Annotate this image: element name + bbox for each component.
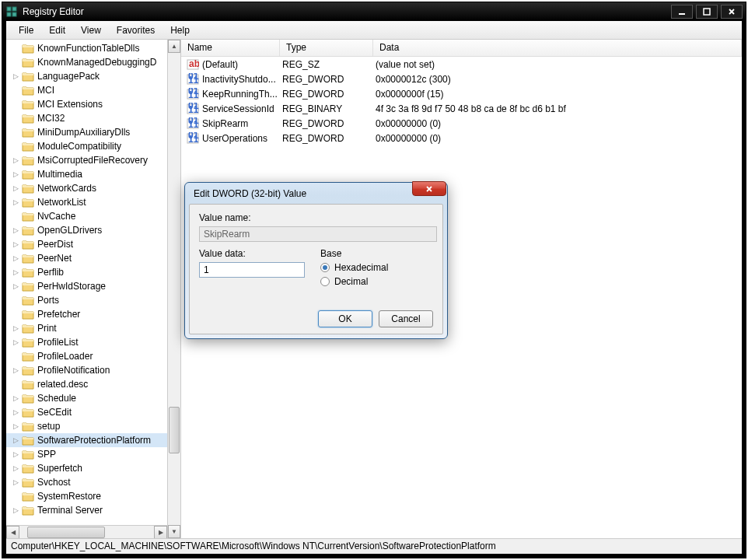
ok-button[interactable]: OK: [318, 310, 372, 327]
value-icon: 011110: [187, 117, 199, 130]
tree-expand-icon[interactable]: ▷: [11, 464, 20, 472]
tree-item-label: MiniDumpAuxiliaryDlls: [37, 127, 130, 138]
tree-expand-icon[interactable]: ▷: [11, 394, 20, 402]
tree-expand-icon[interactable]: ▷: [11, 226, 20, 234]
tree-item[interactable]: ▷ProfileList: [6, 335, 168, 349]
list-row[interactable]: 011110InactivityShutdo...REG_DWORD0x0000…: [181, 72, 742, 86]
col-header-name[interactable]: Name: [181, 40, 280, 56]
tree-item[interactable]: Ports: [6, 293, 168, 307]
tree-expand-icon[interactable]: ▷: [11, 282, 20, 290]
tree-item-label: ProfileNotification: [37, 365, 110, 376]
tree-item[interactable]: ▷PeerDist: [6, 237, 168, 251]
tree-item[interactable]: ▷Terminal Server: [6, 503, 168, 517]
tree-expand-icon[interactable]: ▷: [11, 170, 20, 178]
scroll-track-v[interactable]: [168, 53, 180, 525]
menu-file[interactable]: File: [11, 23, 41, 38]
radio-decimal[interactable]: Decimal: [320, 276, 433, 287]
list-row[interactable]: ab(Default)REG_SZ(value not set): [181, 57, 742, 72]
tree-item[interactable]: KnownFunctionTableDlls: [6, 41, 168, 55]
menu-edit[interactable]: Edit: [41, 23, 73, 38]
minimize-button[interactable]: [671, 5, 693, 19]
tree-item[interactable]: ▷setup: [6, 419, 168, 433]
tree-expand-icon[interactable]: ▷: [11, 72, 20, 80]
tree-item[interactable]: ▷Schedule: [6, 391, 168, 405]
tree-item[interactable]: ▷Perflib: [6, 265, 168, 279]
tree-item-label: PeerNet: [37, 253, 72, 264]
tree-item[interactable]: Prefetcher: [6, 307, 168, 321]
tree-item[interactable]: ▷LanguagePack: [6, 69, 168, 83]
list-row[interactable]: 011110ServiceSessionIdREG_BINARY4f 3c 3a…: [181, 101, 742, 116]
horizontal-scrollbar[interactable]: ◀ ▶: [6, 525, 167, 538]
tree-item[interactable]: ▷SoftwareProtectionPlatform: [6, 433, 168, 447]
tree-item[interactable]: ▷ProfileNotification: [6, 363, 168, 377]
tree-item[interactable]: KnownManagedDebuggingD: [6, 55, 168, 69]
tree-expand-icon[interactable]: ▷: [11, 240, 20, 248]
vertical-scrollbar[interactable]: ▲ ▼: [167, 40, 180, 538]
tree-item[interactable]: ▷PeerNet: [6, 251, 168, 265]
scroll-track-h[interactable]: [19, 526, 154, 539]
tree-item[interactable]: MiniDumpAuxiliaryDlls: [6, 125, 168, 139]
menu-help[interactable]: Help: [163, 23, 197, 38]
scroll-right-arrow[interactable]: ▶: [154, 526, 167, 539]
tree-expand-icon[interactable]: ▷: [11, 506, 20, 514]
tree-expand-icon[interactable]: ▷: [11, 198, 20, 206]
tree-item[interactable]: ▷Svchost: [6, 475, 168, 489]
tree-item[interactable]: ModuleCompatibility: [6, 139, 168, 153]
tree-expand-icon[interactable]: ▷: [11, 184, 20, 192]
tree-expand-icon[interactable]: ▷: [11, 324, 20, 332]
scroll-up-arrow[interactable]: ▲: [168, 40, 180, 53]
tree-item-label: Svchost: [37, 477, 71, 488]
tree-item[interactable]: MCI Extensions: [6, 97, 168, 111]
radio-hexadecimal[interactable]: Hexadecimal: [320, 262, 433, 273]
folder-icon: [22, 407, 34, 418]
scroll-down-arrow[interactable]: ▼: [168, 525, 180, 538]
tree-expand-icon[interactable]: ▷: [11, 366, 20, 374]
list-row[interactable]: 011110UserOperationsREG_DWORD0x00000000 …: [181, 131, 742, 145]
list-row[interactable]: 011110SkipRearmREG_DWORD0x00000000 (0): [181, 116, 742, 131]
tree-item[interactable]: ▷Multimedia: [6, 167, 168, 181]
tree-item[interactable]: MCI32: [6, 111, 168, 125]
tree-item[interactable]: MCI: [6, 83, 168, 97]
tree-item[interactable]: ▷SPP: [6, 447, 168, 461]
menu-view[interactable]: View: [73, 23, 109, 38]
tree-item[interactable]: SystemRestore: [6, 489, 168, 503]
tree-item[interactable]: ▷Superfetch: [6, 461, 168, 475]
cancel-button[interactable]: Cancel: [379, 310, 433, 327]
tree-expand-icon[interactable]: ▷: [11, 436, 20, 444]
tree-item[interactable]: NvCache: [6, 209, 168, 223]
maximize-button[interactable]: [696, 5, 718, 19]
tree-item[interactable]: ▷NetworkList: [6, 195, 168, 209]
list-header: Name Type Data: [181, 40, 742, 57]
tree-item[interactable]: ▷Print: [6, 321, 168, 335]
tree-item[interactable]: ▷NetworkCards: [6, 181, 168, 195]
tree-item[interactable]: ▷SeCEdit: [6, 405, 168, 419]
tree-item[interactable]: ProfileLoader: [6, 349, 168, 363]
tree-expand-icon[interactable]: ▷: [11, 408, 20, 416]
row-type: REG_DWORD: [282, 118, 376, 129]
scroll-thumb-h[interactable]: [27, 527, 105, 538]
scroll-thumb-v[interactable]: [169, 407, 180, 453]
menu-favorites[interactable]: Favorites: [109, 23, 163, 38]
list-row[interactable]: 011110KeepRunningTh...REG_DWORD0x0000000…: [181, 86, 742, 101]
tree-expand-icon[interactable]: ▷: [11, 268, 20, 276]
tree-expand-icon[interactable]: ▷: [11, 450, 20, 458]
value-data-input[interactable]: [199, 262, 305, 278]
close-button[interactable]: [721, 5, 743, 19]
titlebar[interactable]: Registry Editor: [2, 2, 746, 21]
col-header-type[interactable]: Type: [280, 40, 373, 56]
value-icon: 011110: [187, 88, 199, 100]
dialog-close-button[interactable]: [412, 181, 446, 196]
tree-expand-icon[interactable]: ▷: [11, 338, 20, 346]
scroll-left-arrow[interactable]: ◀: [6, 526, 19, 539]
col-header-data[interactable]: Data: [373, 40, 742, 56]
tree-expand-icon[interactable]: ▷: [11, 156, 20, 164]
tree-expand-icon[interactable]: ▷: [11, 254, 20, 262]
tree-item[interactable]: ▷PerHwIdStorage: [6, 279, 168, 293]
tree-item[interactable]: related.desc: [6, 377, 168, 391]
tree-expand-icon[interactable]: ▷: [11, 478, 20, 486]
tree-item[interactable]: ▷MsiCorruptedFileRecovery: [6, 153, 168, 167]
row-name: UserOperations: [202, 133, 282, 144]
tree-item[interactable]: ▷OpenGLDrivers: [6, 223, 168, 237]
row-type: REG_DWORD: [282, 133, 376, 144]
tree-expand-icon[interactable]: ▷: [11, 422, 20, 430]
